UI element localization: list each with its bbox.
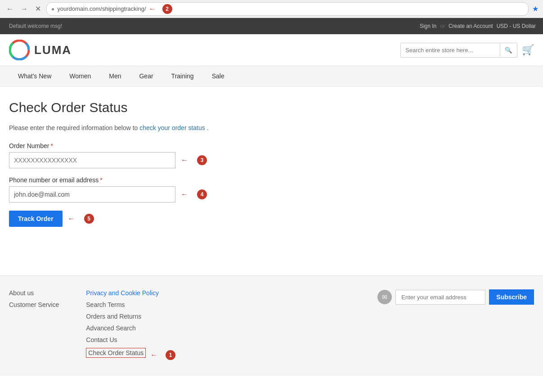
close-button[interactable]: ✕ [33, 4, 43, 14]
annotation-arrow-4: ← [181, 190, 188, 198]
order-number-group: Order Number* ← 3 [9, 142, 534, 168]
annotation-badge-1: 1 [166, 350, 175, 360]
logo-text: LUMA [34, 43, 72, 57]
footer-orders-returns[interactable]: Orders and Returns [86, 313, 175, 320]
track-order-button[interactable]: Track Order [9, 211, 63, 227]
welcome-message: Default welcome msg! [7, 23, 62, 29]
required-mark: * [50, 142, 53, 149]
top-bar: Default welcome msg! Sign In or Create a… [0, 18, 543, 34]
page-description: Please enter the required information be… [9, 124, 534, 131]
create-account-link[interactable]: Create an Account [449, 23, 493, 29]
annotation-badge-4: 4 [197, 189, 207, 199]
footer-contact-us[interactable]: Contact Us [86, 336, 175, 343]
footer-customer-service[interactable]: Customer Service [9, 301, 59, 308]
main-nav: What's New Women Men Gear Training Sale [0, 66, 543, 86]
browser-bar: ← → ✕ ● yourdomain.com/shippingtracking/… [0, 0, 543, 18]
site-header: LUMA 🔍 🛒 [0, 34, 543, 66]
address-bar[interactable]: ● yourdomain.com/shippingtracking/ ← 2 [46, 2, 529, 16]
annotation-badge-2: 2 [162, 4, 172, 14]
footer-check-order-status[interactable]: Check Order Status [86, 348, 146, 358]
nav-sale[interactable]: Sale [203, 66, 233, 86]
subscribe-button[interactable]: Subscribe [489, 289, 534, 305]
bookmark-icon[interactable]: ★ [532, 5, 539, 13]
annotation-arrow-2: ← [149, 5, 156, 13]
footer-search-terms[interactable]: Search Terms [86, 301, 175, 308]
forward-button[interactable]: → [19, 4, 30, 14]
nav-whats-new[interactable]: What's New [9, 66, 60, 86]
track-order-row: Track Order ← 5 [9, 211, 534, 227]
phone-email-row: ← 4 [9, 186, 534, 203]
page-title: Check Order Status [9, 100, 534, 115]
lock-icon: ● [51, 6, 54, 12]
footer-privacy-policy[interactable]: Privacy and Cookie Policy [86, 289, 175, 297]
phone-email-group: Phone number or email address* ← 4 [9, 176, 534, 203]
newsletter-icon: ✉ [377, 290, 392, 304]
required-mark-2: * [100, 176, 102, 184]
phone-email-input[interactable] [9, 186, 175, 203]
newsletter-email-input[interactable] [395, 290, 485, 305]
or-separator: or [440, 23, 445, 29]
search-input[interactable] [401, 43, 500, 57]
nav-gear[interactable]: Gear [130, 66, 162, 86]
newsletter-section: ✉ Subscribe [377, 289, 534, 305]
footer-advanced-search[interactable]: Advanced Search [86, 324, 175, 332]
search-bar: 🔍 [400, 43, 517, 58]
annotation-badge-3: 3 [197, 155, 207, 165]
back-button[interactable]: ← [4, 4, 15, 14]
description-link: check your order status [139, 124, 205, 131]
logo[interactable]: LUMA [9, 40, 72, 60]
footer-about-us[interactable]: About us [9, 289, 59, 297]
order-number-label: Order Number* [9, 142, 534, 149]
url-text: yourdomain.com/shippingtracking/ [57, 5, 146, 12]
phone-email-label: Phone number or email address* [9, 176, 534, 184]
annotation-arrow-3: ← [181, 156, 188, 164]
nav-men[interactable]: Men [100, 66, 130, 86]
search-button[interactable]: 🔍 [500, 44, 517, 57]
order-number-input[interactable] [9, 152, 175, 168]
cart-button[interactable]: 🛒 [522, 44, 534, 56]
annotation-arrow-5: ← [68, 215, 75, 223]
cart-icon: 🛒 [522, 44, 534, 55]
site-footer: About us Customer Service Privacy and Co… [0, 275, 543, 376]
order-number-row: ← 3 [9, 152, 534, 168]
annotation-badge-5: 5 [84, 214, 94, 224]
footer-col-1: About us Customer Service [9, 289, 59, 313]
footer-col-2: Privacy and Cookie Policy Search Terms O… [86, 289, 175, 362]
sign-in-link[interactable]: Sign In [420, 23, 436, 29]
main-content: Check Order Status Please enter the requ… [0, 86, 543, 275]
logo-icon [9, 40, 30, 60]
annotation-arrow-1: ← [150, 351, 157, 359]
nav-women[interactable]: Women [60, 66, 100, 86]
currency-label: USD - US Dollar [497, 23, 536, 29]
nav-training[interactable]: Training [162, 66, 203, 86]
